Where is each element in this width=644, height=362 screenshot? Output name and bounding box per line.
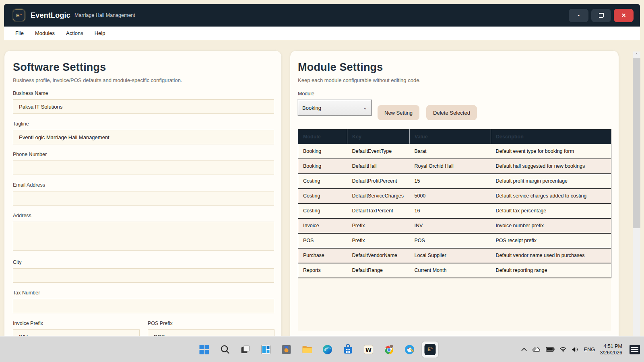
table-cell[interactable]: DefaultVendorName [347, 248, 410, 263]
menu-actions[interactable]: Actions [66, 30, 83, 36]
app-tagline: Marriage Hall Management [74, 12, 135, 18]
table-row[interactable]: POSPrefixPOSPOS receipt prefix [298, 233, 611, 248]
scroll-up-icon[interactable]: ⌃ [633, 51, 640, 58]
table-cell[interactable]: 5000 [410, 189, 491, 204]
chrome-button[interactable] [381, 341, 397, 358]
table-cell[interactable]: POS [298, 233, 347, 248]
clock[interactable]: 4:51 PM 3/26/2026 [600, 343, 622, 356]
table-cell[interactable]: Royal Orchid Hall [410, 159, 491, 174]
table-cell[interactable]: Costing [298, 204, 347, 218]
table-cell[interactable]: Costing [298, 189, 347, 204]
table-cell[interactable]: Local Supplier [410, 248, 491, 263]
col-module[interactable]: Module [298, 130, 347, 144]
table-row[interactable]: InvoicePrefixINVInvoice number prefix [298, 218, 611, 233]
tagline-input[interactable] [13, 130, 274, 144]
col-key[interactable]: Key [347, 130, 410, 144]
business-name-field-group: Business Name [13, 90, 273, 114]
app-logo-icon: E° [13, 9, 25, 21]
close-button[interactable]: ✕ [614, 9, 634, 22]
table-row[interactable]: CostingDefaultTaxPercent16Default tax pe… [298, 204, 611, 218]
table-row[interactable]: CostingDefaultProfitPercent15Default pro… [298, 174, 611, 189]
table-cell[interactable]: Default hall suggested for new bookings [491, 159, 611, 174]
table-row[interactable]: BookingDefaultHallRoyal Orchid HallDefau… [298, 159, 611, 174]
clock-date: 3/26/2026 [600, 350, 622, 356]
table-cell[interactable]: DefaultHall [347, 159, 410, 174]
table-row[interactable]: CostingDefaultServiceCharges5000Default … [298, 189, 611, 204]
scrollbar-thumb[interactable] [633, 58, 640, 228]
table-cell[interactable]: Default service charges added to costing [491, 189, 611, 204]
business-name-input[interactable] [13, 99, 274, 114]
col-value[interactable]: Value [410, 130, 491, 144]
menu-file[interactable]: File [15, 30, 24, 36]
paint-button[interactable] [401, 341, 417, 358]
software-settings-title: Software Settings [13, 61, 273, 74]
wifi-icon[interactable] [559, 347, 567, 352]
tax-number-input[interactable] [13, 299, 274, 313]
col-description[interactable]: Description [491, 130, 611, 144]
table-cell[interactable]: Costing [298, 174, 347, 189]
table-cell[interactable]: DefaultRange [347, 263, 410, 278]
battery-icon[interactable] [546, 347, 555, 352]
volume-icon[interactable] [572, 347, 579, 352]
w-app-button[interactable]: W [360, 341, 376, 358]
page-scrollbar[interactable]: ⌃ [633, 51, 640, 336]
new-setting-button[interactable]: New Setting [378, 105, 419, 120]
invoice-prefix-input[interactable] [13, 329, 140, 336]
table-cell[interactable]: Current Month [410, 263, 491, 278]
table-cell[interactable]: Invoice [298, 218, 347, 233]
table-cell[interactable]: DefaultTaxPercent [347, 204, 410, 218]
search-button[interactable] [217, 341, 233, 358]
delete-selected-button[interactable]: Delete Selected [426, 105, 477, 120]
pos-prefix-input[interactable] [148, 329, 275, 336]
table-row[interactable]: PurchaseDefaultVendorNameLocal SupplierD… [298, 248, 611, 263]
task-view-button[interactable] [237, 341, 253, 358]
clock-time: 4:51 PM [600, 343, 622, 350]
store-button[interactable] [340, 341, 356, 358]
table-cell[interactable]: DefaultEventType [347, 144, 410, 159]
table-cell[interactable]: 16 [410, 204, 491, 218]
table-row[interactable]: BookingDefaultEventTypeBaratDefault even… [298, 144, 611, 159]
badge-app-button[interactable] [278, 341, 294, 358]
edge-button[interactable] [319, 341, 335, 358]
table-cell[interactable]: Purchase [298, 248, 347, 263]
menu-modules[interactable]: Modules [35, 30, 55, 36]
table-row[interactable]: ReportsDefaultRangeCurrent MonthDefault … [298, 263, 611, 278]
notification-icon[interactable] [630, 345, 640, 354]
settings-table-header-row: Module Key Value Description [298, 130, 611, 144]
phone-input[interactable] [13, 160, 274, 175]
address-input[interactable] [13, 222, 274, 251]
table-cell[interactable]: DefaultProfitPercent [347, 174, 410, 189]
table-cell[interactable]: POS [410, 233, 491, 248]
table-cell[interactable]: POS receipt prefix [491, 233, 611, 248]
module-select[interactable]: Booking ⌄ [298, 100, 372, 116]
table-cell[interactable]: Default event type for booking form [491, 144, 611, 159]
table-cell[interactable]: 15 [410, 174, 491, 189]
table-cell[interactable]: Booking [298, 144, 347, 159]
table-cell[interactable]: Reports [298, 263, 347, 278]
minimize-button[interactable]: - [569, 9, 588, 22]
city-input[interactable] [13, 268, 274, 283]
table-cell[interactable]: Prefix [347, 233, 410, 248]
table-cell[interactable]: Default tax percentage [491, 204, 611, 218]
table-cell[interactable]: INV [410, 218, 491, 233]
tray-chevron-up-icon[interactable] [521, 347, 527, 352]
email-input[interactable] [13, 191, 274, 206]
table-cell[interactable]: Default profit margin percentage [491, 174, 611, 189]
edge-browser-icon [322, 344, 332, 355]
table-cell[interactable]: Booking [298, 159, 347, 174]
table-cell[interactable]: Prefix [347, 218, 410, 233]
onedrive-cloud-icon[interactable] [532, 347, 541, 352]
table-cell[interactable]: Default reporting range [491, 263, 611, 278]
widgets-button[interactable] [258, 341, 274, 358]
table-cell[interactable]: Invoice number prefix [491, 218, 611, 233]
maximize-button[interactable] [591, 9, 611, 22]
invoice-prefix-group: Invoice Prefix [13, 321, 140, 336]
table-cell[interactable]: Default vendor name used in purchases [491, 248, 611, 263]
table-cell[interactable]: Barat [410, 144, 491, 159]
language-indicator[interactable]: ENG [584, 346, 595, 352]
table-cell[interactable]: DefaultServiceCharges [347, 189, 410, 204]
eventlogic-taskbar-button[interactable]: E° [422, 341, 438, 358]
menu-help[interactable]: Help [95, 30, 105, 36]
file-explorer-button[interactable] [299, 341, 315, 358]
start-button[interactable] [196, 341, 212, 358]
